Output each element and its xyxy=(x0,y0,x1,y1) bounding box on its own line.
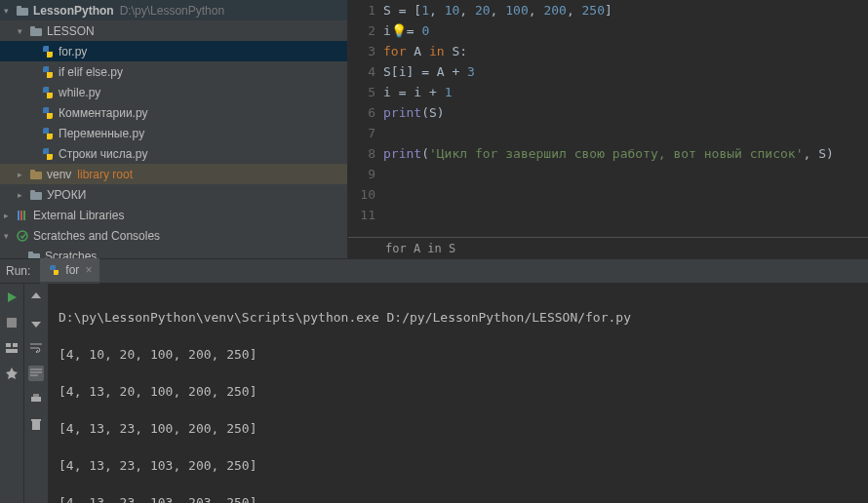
python-file-icon xyxy=(41,45,55,58)
project-path: D:\py\LessonPython xyxy=(120,4,224,18)
tree-external-libraries[interactable]: ▸ External Libraries xyxy=(0,205,347,225)
trash-button[interactable] xyxy=(28,416,44,432)
file-label: while.py xyxy=(59,86,100,99)
svg-rect-14 xyxy=(7,318,17,328)
stop-button[interactable] xyxy=(4,315,20,330)
project-name: LessonPython xyxy=(33,4,114,18)
svg-rect-6 xyxy=(30,192,42,200)
chevron-right-icon: ▸ xyxy=(18,170,27,179)
folder-icon xyxy=(29,24,43,38)
svg-rect-9 xyxy=(20,211,22,220)
svg-rect-5 xyxy=(30,170,35,173)
svg-rect-1 xyxy=(17,6,21,9)
soft-wrap-button[interactable] xyxy=(28,340,44,356)
console-output[interactable]: D:\py\LessonPython\venv\Scripts\python.e… xyxy=(49,284,868,503)
tree-folder-lesson[interactable]: ▾ LESSON xyxy=(0,20,347,41)
svg-rect-8 xyxy=(18,211,20,220)
python-file-icon xyxy=(41,127,55,140)
tree-folder-uroki[interactable]: ▸ УРОКИ xyxy=(0,184,347,205)
tree-folder-venv[interactable]: ▸ venv library root xyxy=(0,164,347,184)
rerun-button[interactable] xyxy=(4,290,20,305)
python-file-icon xyxy=(41,65,55,79)
tree-file-while[interactable]: while.py xyxy=(0,82,347,102)
svg-rect-7 xyxy=(30,190,35,193)
folder-label: venv xyxy=(47,168,71,181)
svg-rect-15 xyxy=(6,343,11,347)
folder-icon xyxy=(16,4,29,18)
print-button[interactable] xyxy=(28,391,44,406)
library-folder-icon xyxy=(29,168,43,181)
svg-rect-2 xyxy=(30,28,42,36)
svg-rect-17 xyxy=(6,349,18,353)
scratches-label: Scratches xyxy=(45,250,97,259)
tree-scratches[interactable]: Scratches xyxy=(0,246,347,258)
project-tree[interactable]: ▾ LessonPython D:\py\LessonPython ▾ LESS… xyxy=(0,0,348,258)
run-actions-col xyxy=(0,284,24,503)
file-label: Строки числа.py xyxy=(59,147,147,161)
close-icon[interactable]: × xyxy=(85,263,92,277)
gutter: 123 456 789 1011 xyxy=(348,0,383,237)
svg-rect-20 xyxy=(32,421,40,430)
console-actions-col xyxy=(24,284,49,503)
svg-rect-3 xyxy=(30,26,35,29)
tree-file-for[interactable]: for.py xyxy=(0,41,347,61)
tree-file-strings[interactable]: Строки числа.py xyxy=(0,143,347,164)
chevron-down-icon: ▾ xyxy=(4,6,14,16)
folder-label: LESSON xyxy=(47,24,95,38)
chevron-down-icon: ▾ xyxy=(18,26,27,36)
tree-file-vars[interactable]: Переменные.py xyxy=(0,123,347,143)
run-toolbar: Run: for × xyxy=(0,258,868,284)
up-button[interactable] xyxy=(28,290,44,305)
file-label: Комментарии.py xyxy=(59,106,148,120)
pin-button[interactable] xyxy=(4,366,20,381)
chevron-right-icon: ▸ xyxy=(18,190,27,200)
python-file-icon xyxy=(41,86,55,99)
tree-root[interactable]: ▾ LessonPython D:\py\LessonPython xyxy=(0,0,347,20)
svg-rect-18 xyxy=(31,397,41,402)
library-root-label: library root xyxy=(77,168,133,181)
tree-file-if[interactable]: if elif else.py xyxy=(0,61,347,82)
run-label: Run: xyxy=(6,264,30,278)
folder-icon xyxy=(29,188,43,202)
libraries-icon xyxy=(16,209,29,222)
chevron-right-icon: ▸ xyxy=(4,211,14,220)
file-label: for.py xyxy=(59,45,87,58)
svg-rect-10 xyxy=(23,211,25,220)
down-button[interactable] xyxy=(28,315,44,330)
run-tab[interactable]: for × xyxy=(40,258,99,284)
lightbulb-icon[interactable]: 💡 xyxy=(391,23,407,38)
file-label: Переменные.py xyxy=(59,127,144,140)
scratches-icon xyxy=(16,229,29,243)
svg-rect-0 xyxy=(17,8,28,16)
svg-rect-19 xyxy=(33,394,39,397)
python-file-icon xyxy=(48,263,61,277)
svg-rect-21 xyxy=(31,419,41,421)
folder-label: УРОКИ xyxy=(47,188,86,202)
svg-rect-16 xyxy=(13,343,18,347)
folder-icon xyxy=(27,250,41,259)
python-file-icon xyxy=(41,106,55,120)
tree-scratches-root[interactable]: ▾ Scratches and Consoles xyxy=(0,225,347,246)
editor[interactable]: 123 456 789 1011 S = [1, 10, 20, 100, 20… xyxy=(348,0,868,258)
external-libraries-label: External Libraries xyxy=(33,209,124,222)
scratches-root-label: Scratches and Consoles xyxy=(33,229,160,243)
layout-button[interactable] xyxy=(4,340,20,356)
python-file-icon xyxy=(41,147,55,161)
breadcrumb[interactable]: for A in S xyxy=(348,237,868,258)
svg-point-11 xyxy=(18,231,27,241)
scroll-end-button[interactable] xyxy=(28,366,44,381)
chevron-down-icon: ▾ xyxy=(4,231,14,241)
tree-file-comments[interactable]: Комментарии.py xyxy=(0,102,347,123)
svg-rect-4 xyxy=(30,172,42,179)
svg-rect-13 xyxy=(28,252,33,254)
source[interactable]: S = [1, 10, 20, 100, 200, 250] i💡= 0 for… xyxy=(383,0,868,237)
run-tab-label: for xyxy=(65,263,79,277)
file-label: if elif else.py xyxy=(59,65,123,79)
